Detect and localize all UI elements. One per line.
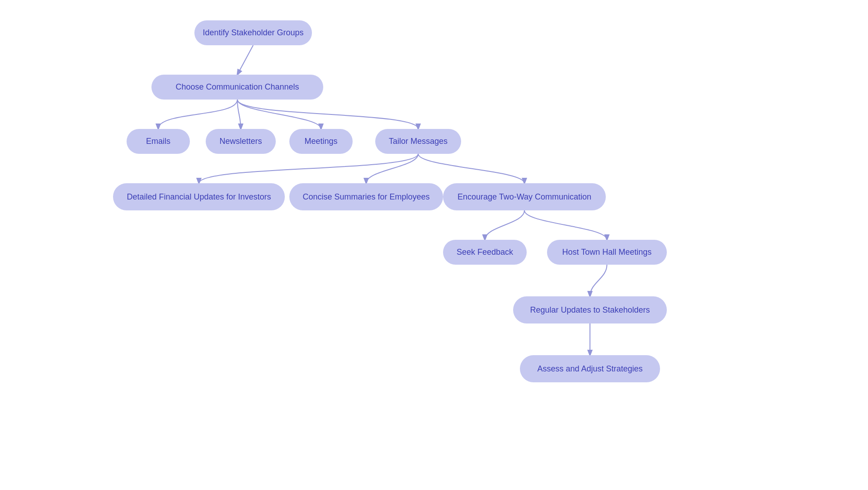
node-assess: Assess and Adjust Strategies bbox=[520, 355, 660, 382]
node-meetings: Meetings bbox=[289, 129, 353, 154]
node-newsletters: Newsletters bbox=[206, 129, 276, 154]
node-emails: Emails bbox=[127, 129, 190, 154]
node-seek: Seek Feedback bbox=[443, 240, 527, 265]
node-identify: Identify Stakeholder Groups bbox=[194, 20, 312, 45]
connector-lines bbox=[0, 0, 868, 490]
node-concise: Concise Summaries for Employees bbox=[289, 183, 443, 210]
diagram-container: Identify Stakeholder Groups Choose Commu… bbox=[0, 0, 868, 490]
node-financial: Detailed Financial Updates for Investors bbox=[113, 183, 285, 210]
node-tailor: Tailor Messages bbox=[375, 129, 461, 154]
node-townhall: Host Town Hall Meetings bbox=[547, 240, 667, 265]
node-regular: Regular Updates to Stakeholders bbox=[513, 296, 667, 323]
node-choose: Choose Communication Channels bbox=[151, 75, 323, 100]
node-encourage: Encourage Two-Way Communication bbox=[443, 183, 606, 210]
